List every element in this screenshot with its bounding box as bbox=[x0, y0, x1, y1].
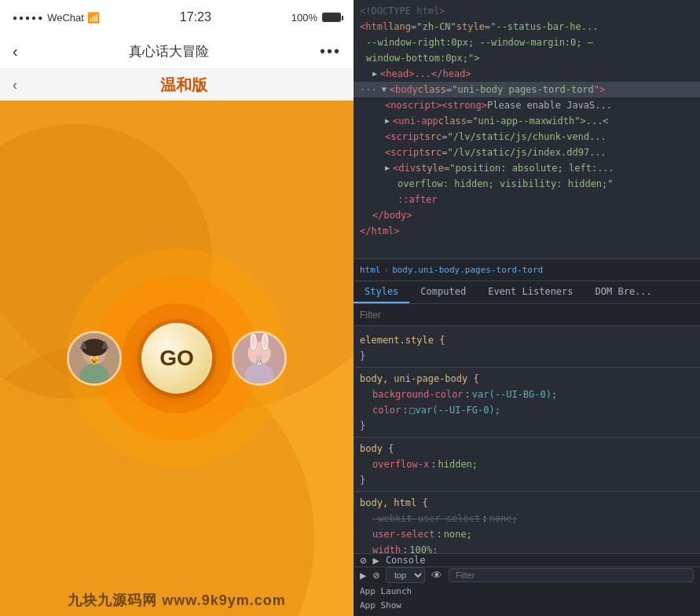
tab-styles[interactable]: Styles bbox=[354, 281, 409, 303]
nav-more-button[interactable]: ••• bbox=[320, 42, 341, 60]
svg-point-14 bbox=[263, 336, 267, 348]
div-arrow: ▶ bbox=[385, 161, 390, 175]
css-brace: } bbox=[360, 348, 365, 364]
code-line-script2: <script src="/lv/static/js/index.dd97... bbox=[354, 145, 700, 160]
script2-tag: <script bbox=[385, 145, 425, 160]
code-line-close-html: </html> bbox=[354, 223, 700, 239]
css-close-body-uni: } bbox=[360, 418, 694, 434]
console-clear-icon[interactable]: ⊘ bbox=[360, 554, 366, 566]
css-prop-color-name: color: bbox=[372, 402, 409, 418]
nav-bar: ‹ 真心话大冒险 ••• bbox=[0, 35, 354, 69]
css-prop-color: color: □var(--UI-FG-0); bbox=[360, 402, 694, 418]
selected-dot: ··· bbox=[360, 82, 377, 97]
noscript-text: Please enable JavaS... bbox=[487, 98, 612, 112]
code-line-close-body: </body> bbox=[354, 207, 700, 223]
log-app-show: App Show bbox=[360, 599, 694, 613]
style-val-2: --window-right:0px; --window-margin:0; – bbox=[366, 35, 593, 50]
console-filter-bar: ▶ ⊘ top 👁 bbox=[354, 567, 700, 583]
css-prop-overflow-name: overflow-x: bbox=[372, 456, 438, 472]
sub-title: 温和版 bbox=[27, 75, 341, 96]
console-stop-icon[interactable]: ⊘ bbox=[372, 569, 379, 581]
css-close-element-style: } bbox=[360, 348, 694, 364]
after-pseudo: ::after bbox=[398, 192, 438, 207]
uni-app-tag: <uni-app bbox=[393, 114, 438, 128]
body-class-attr: class= bbox=[418, 82, 452, 97]
avatar-right-img: 🐰 bbox=[234, 333, 284, 383]
code-line-noscript: <noscript><strong>Please enable JavaS... bbox=[354, 97, 700, 113]
tab-computed[interactable]: Computed bbox=[409, 281, 477, 303]
styles-tabs: Styles Computed Event Listeners DOM Bre.… bbox=[354, 281, 700, 304]
nav-title: 真心话大冒险 bbox=[129, 42, 209, 60]
css-val-overflow: hidden; bbox=[438, 456, 478, 472]
sub-nav: ‹ 温和版 bbox=[0, 69, 354, 101]
filter-input[interactable] bbox=[360, 310, 694, 321]
div-style-attr: style= bbox=[416, 161, 449, 175]
devtools-code-area: <!DOCTYPE html> <html lang="zh-CN" style… bbox=[354, 0, 700, 259]
css-selector-body-overflow: body { bbox=[360, 441, 694, 456]
css-selector-body-html: body, html { bbox=[360, 495, 694, 511]
go-button[interactable]: GO bbox=[141, 323, 212, 394]
close-body-tag: </body> bbox=[372, 208, 412, 222]
css-val-user-sel: none; bbox=[444, 526, 472, 542]
tab-dom-break[interactable]: DOM Bre... bbox=[585, 281, 663, 303]
noscript-tag: <noscript><strong> bbox=[385, 98, 487, 112]
css-val-bg-color: var(--UI-BG-0); bbox=[472, 387, 557, 402]
console-expand-icon[interactable]: ▶ bbox=[372, 554, 379, 566]
css-val-color: □var(--UI-FG-0); bbox=[409, 402, 500, 418]
code-line-body[interactable]: ··· ▼ <body class="uni-body pages-tord-t… bbox=[354, 82, 700, 97]
mobile-panel: ●●●●● WeChat 📶 17:23 100% ‹ 真心话大冒险 ••• ‹… bbox=[0, 0, 354, 616]
body-bracket: "> bbox=[594, 82, 605, 97]
doctype-text: <!DOCTYPE html> bbox=[360, 4, 445, 18]
breadcrumb-html[interactable]: html bbox=[360, 265, 381, 275]
svg-point-4 bbox=[97, 341, 104, 351]
css-val-width: 100%; bbox=[409, 542, 438, 553]
watermark: 九块九源码网 www.9k9ym.com bbox=[0, 591, 354, 610]
console-context-select[interactable]: top bbox=[386, 567, 425, 583]
tab-event-listeners[interactable]: Event Listeners bbox=[477, 281, 584, 303]
script1-tag: <script bbox=[385, 130, 425, 144]
uni-app-class: class= bbox=[438, 114, 472, 128]
body-class-val: "uni-body pages-tord-tord bbox=[452, 82, 594, 97]
eye-icon[interactable]: 👁 bbox=[431, 569, 442, 581]
code-line-div[interactable]: ▶ <div style="position: absolute; left:.… bbox=[354, 160, 700, 176]
head-tag: <head>...</head> bbox=[380, 67, 471, 81]
uni-app-class-val: "uni-app--maxwidth">...< bbox=[472, 114, 608, 128]
css-rule-element-style: element.style { } bbox=[354, 329, 700, 368]
signal-dots: ●●●●● bbox=[13, 13, 44, 22]
carrier-label: WeChat bbox=[47, 12, 84, 24]
avatar-right-svg: 🐰 bbox=[234, 333, 284, 383]
css-prop-width: width: 100%; bbox=[360, 542, 694, 553]
svg-text:😺: 😺 bbox=[89, 354, 100, 365]
head-arrow: ▶ bbox=[372, 67, 377, 81]
wifi-icon: 📶 bbox=[87, 12, 100, 24]
css-val-webkit-sel: none; bbox=[489, 511, 518, 526]
css-brace-2: } bbox=[360, 418, 365, 434]
body-arrow: ▼ bbox=[382, 82, 387, 97]
script2-src-val: "/lv/static/js/index.dd97... bbox=[447, 145, 606, 160]
css-prop-bg-color: background-color: var(--UI-BG-0); bbox=[360, 387, 694, 402]
css-prop-webkit-sel-name: -webkit-user-select: bbox=[372, 511, 489, 526]
status-left: ●●●●● WeChat 📶 bbox=[13, 12, 100, 24]
css-sel-body-html: body, html { bbox=[360, 495, 428, 511]
css-rule-body-uni: body, uni-page-body { background-color: … bbox=[354, 368, 700, 438]
code-line-doctype: <!DOCTYPE html> bbox=[354, 3, 700, 19]
avatar-left: 😺 bbox=[67, 331, 122, 386]
code-line-uni-app[interactable]: ▶ <uni-app class="uni-app--maxwidth">...… bbox=[354, 113, 700, 129]
css-sel-body: body { bbox=[360, 441, 394, 456]
code-line-head[interactable]: ▶ <head>...</head> bbox=[354, 66, 700, 82]
css-prop-webkit-user-select: -webkit-user-select: none; bbox=[360, 511, 694, 526]
nav-back-button[interactable]: ‹ bbox=[13, 42, 18, 60]
console-filter-input[interactable] bbox=[449, 568, 694, 582]
log-value: 56.1111 bbox=[360, 613, 694, 616]
html-tag: <html bbox=[360, 20, 388, 34]
svg-point-13 bbox=[251, 336, 255, 348]
svg-text:🐰: 🐰 bbox=[254, 354, 265, 365]
css-prop-overflow: overflow-x: hidden; bbox=[360, 456, 694, 472]
console-play-icon[interactable]: ▶ bbox=[360, 569, 366, 581]
breadcrumb-body[interactable]: body.uni-body.pages-tord-tord bbox=[392, 265, 543, 275]
sub-back-button[interactable]: ‹ bbox=[13, 77, 17, 94]
avatar-left-img: 😺 bbox=[69, 333, 119, 383]
status-bar: ●●●●● WeChat 📶 17:23 100% bbox=[0, 0, 354, 35]
filter-bar bbox=[354, 304, 700, 326]
css-prop-width-name: width: bbox=[372, 542, 409, 553]
